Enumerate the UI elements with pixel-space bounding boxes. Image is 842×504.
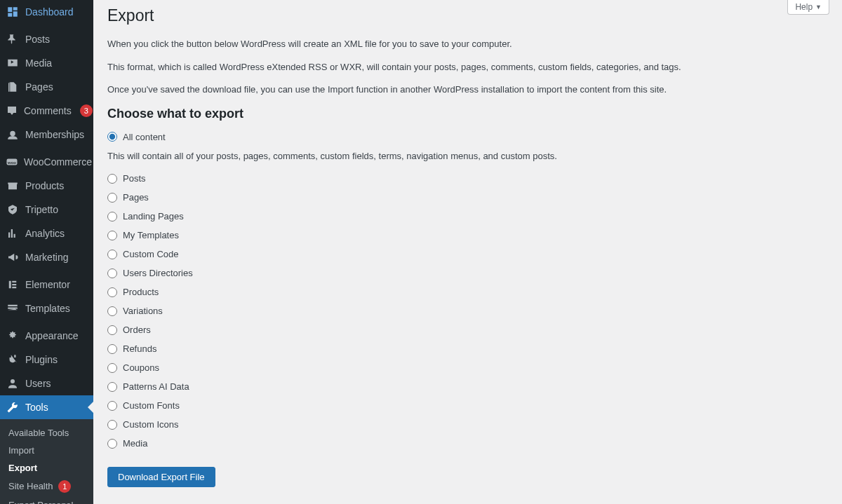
export-option-landing-pages[interactable]: Landing Pages (107, 207, 828, 226)
export-radio-refunds[interactable] (107, 344, 117, 354)
export-option-custom-code[interactable]: Custom Code (107, 245, 828, 264)
sidebar-item-marketing[interactable]: Marketing (0, 245, 93, 269)
export-option-posts[interactable]: Posts (107, 169, 828, 188)
sidebar-item-media[interactable]: Media (0, 51, 93, 75)
all-content-description: This will contain all of your posts, pag… (107, 149, 828, 163)
pages-icon (6, 80, 20, 94)
sidebar-item-label: Tools (25, 402, 88, 413)
export-option-pages[interactable]: Pages (107, 188, 828, 207)
intro-paragraph-1: When you click the button below WordPres… (107, 37, 828, 51)
sidebar-item-dashboard[interactable]: Dashboard (0, 0, 93, 24)
export-options: All contentThis will contain all of your… (107, 128, 828, 453)
export-option-my-templates[interactable]: My Templates (107, 226, 828, 245)
export-radio-custom-icons[interactable] (107, 420, 117, 430)
intro-paragraph-2: This format, which is called WordPress e… (107, 60, 828, 74)
sidebar-item-label: Tripetto (25, 204, 88, 215)
svg-text:woo: woo (7, 161, 16, 165)
export-option-users-directories[interactable]: Users Directories (107, 264, 828, 282)
help-label: Help (795, 2, 813, 12)
sidebar-item-woocommerce[interactable]: wooWooCommerce (0, 150, 93, 174)
export-radio-all[interactable] (107, 132, 117, 142)
templates-icon (6, 301, 20, 315)
main-content: Help ▼ Export When you click the button … (93, 0, 842, 504)
export-option-custom-icons[interactable]: Custom Icons (107, 415, 828, 434)
submenu-badge-site-health: 1 (58, 480, 71, 493)
plugins-icon (6, 353, 20, 367)
sidebar-item-comments[interactable]: Comments3 (0, 99, 93, 123)
sidebar-item-users[interactable]: Users (0, 372, 93, 395)
sidebar-item-label: Users (25, 378, 88, 389)
sidebar-item-products[interactable]: Products (0, 174, 93, 198)
sidebar-item-label: Appearance (25, 330, 88, 341)
export-option-label: All content (123, 132, 166, 142)
export-radio-my-templates[interactable] (107, 231, 117, 240)
sidebar-item-label: Media (25, 57, 88, 69)
export-radio-custom-code[interactable] (107, 250, 117, 259)
sidebar-item-posts[interactable]: Posts (0, 27, 93, 51)
chevron-down-icon: ▼ (815, 4, 822, 11)
page-title: Export (107, 0, 828, 28)
export-option-patterns-ai-data[interactable]: Patterns AI Data (107, 377, 828, 396)
comments-icon (6, 104, 18, 118)
submenu-item-export[interactable]: Export (0, 459, 93, 477)
export-radio-custom-fonts[interactable] (107, 401, 117, 411)
export-option-label: Custom Code (123, 249, 178, 259)
export-radio-patterns-ai-data[interactable] (107, 382, 117, 392)
woo-icon: woo (6, 155, 18, 169)
export-option-all[interactable]: All content (107, 128, 828, 147)
appearance-icon (6, 329, 20, 343)
users-icon (6, 376, 20, 390)
submenu-item-export-personal-data[interactable]: Export Personal Data (0, 496, 93, 504)
export-option-label: Posts (123, 173, 146, 184)
sidebar-item-elementor[interactable]: Elementor (0, 273, 93, 297)
sidebar-item-label: Templates (25, 303, 88, 314)
export-option-coupons[interactable]: Coupons (107, 358, 828, 377)
sidebar-item-label: Posts (25, 34, 88, 45)
export-option-label: Pages (123, 192, 149, 203)
export-option-variations[interactable]: Variations (107, 301, 828, 320)
products-icon (6, 179, 20, 193)
export-radio-products[interactable] (107, 287, 117, 297)
export-option-label: Coupons (123, 362, 159, 373)
sidebar-item-label: Plugins (25, 354, 88, 365)
sidebar-item-label: Elementor (25, 279, 88, 290)
export-radio-landing-pages[interactable] (107, 212, 117, 222)
sidebar-item-analytics[interactable]: Analytics (0, 222, 93, 245)
export-radio-orders[interactable] (107, 325, 117, 335)
help-tab-toggle[interactable]: Help ▼ (787, 0, 829, 15)
sidebar-item-tools[interactable]: Tools (0, 395, 93, 419)
export-option-label: Landing Pages (123, 211, 184, 222)
download-export-button[interactable]: Download Export File (107, 467, 215, 487)
sidebar-item-tripetto[interactable]: Tripetto (0, 198, 93, 222)
memberships-icon (6, 128, 20, 142)
sidebar-item-templates[interactable]: Templates (0, 297, 93, 320)
sidebar-item-pages[interactable]: Pages (0, 75, 93, 99)
submenu-tools: Available ToolsImportExportSite Health 1… (0, 419, 93, 504)
export-option-label: My Templates (123, 230, 179, 240)
export-radio-variations[interactable] (107, 306, 117, 316)
export-option-custom-fonts[interactable]: Custom Fonts (107, 396, 828, 415)
sidebar-item-label: Marketing (25, 252, 88, 263)
sidebar-item-plugins[interactable]: Plugins (0, 348, 93, 372)
export-option-products[interactable]: Products (107, 282, 828, 301)
export-option-label: Variations (123, 306, 163, 316)
export-radio-users-directories[interactable] (107, 268, 117, 278)
choose-heading: Choose what to export (107, 107, 828, 121)
marketing-icon (6, 250, 20, 264)
submenu-item-available-tools[interactable]: Available Tools (0, 424, 93, 442)
sidebar-item-label: Analytics (25, 228, 88, 239)
export-radio-posts[interactable] (107, 174, 117, 184)
sidebar-item-memberships[interactable]: Memberships (0, 123, 93, 147)
export-option-orders[interactable]: Orders (107, 320, 828, 339)
export-option-label: Patterns AI Data (123, 381, 189, 392)
export-radio-coupons[interactable] (107, 363, 117, 373)
export-radio-pages[interactable] (107, 193, 117, 203)
pin-icon (6, 32, 20, 46)
export-radio-media[interactable] (107, 439, 117, 449)
submenu-item-site-health[interactable]: Site Health 1 (0, 477, 93, 496)
submenu-item-import[interactable]: Import (0, 442, 93, 459)
sidebar-item-label: WooCommerce (24, 156, 92, 168)
export-option-media[interactable]: Media (107, 434, 828, 453)
sidebar-item-appearance[interactable]: Appearance (0, 324, 93, 348)
export-option-refunds[interactable]: Refunds (107, 339, 828, 358)
